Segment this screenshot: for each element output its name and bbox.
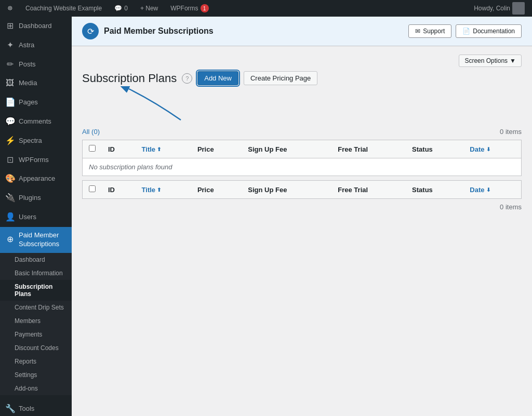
comments-count: 0: [124, 5, 128, 12]
items-count-top: 0 items: [500, 128, 522, 136]
spectra-icon: ⚡: [5, 136, 15, 146]
comment-icon: 💬: [114, 5, 122, 12]
subscription-plans-table-bottom: ID Title ⬆ Price Sign Up Fee: [82, 180, 522, 199]
date-sort-link-bottom[interactable]: Date ⬇: [470, 186, 515, 194]
submenu-payments[interactable]: Payments: [0, 328, 72, 341]
sidebar-item-astra[interactable]: ✦ Astra: [0, 36, 72, 55]
create-pricing-button[interactable]: Create Pricing Page: [244, 71, 317, 85]
wpforms-label: WPForms: [170, 5, 198, 12]
wpforms-icon: ⊡: [5, 155, 15, 166]
sidebar-item-users[interactable]: 👤 Users: [0, 208, 72, 227]
wpforms-button[interactable]: WPForms 1: [167, 0, 211, 17]
plugin-logo-icon: ⟳: [87, 26, 94, 36]
sidebar-item-wpforms[interactable]: ⊡ WPForms: [0, 151, 72, 170]
add-new-button[interactable]: Add New: [197, 71, 238, 85]
submenu-settings[interactable]: Settings: [0, 368, 72, 382]
no-items-message: No subscription plans found: [89, 163, 172, 171]
title-sort-icon-bottom: ⬆: [157, 187, 161, 193]
site-name-label: Coaching Website Example: [25, 5, 102, 12]
col-date-header: Date ⬇: [463, 140, 521, 158]
subscription-plans-table-top: ID Title ⬆ Price Sign Up Fee: [82, 140, 522, 176]
col-id-header-bottom: ID: [102, 181, 136, 199]
col-status-header-bottom: Status: [406, 181, 463, 199]
sidebar-item-pages[interactable]: 📄 Pages: [0, 93, 72, 112]
col-status-header: Status: [406, 140, 463, 158]
title-sort-link[interactable]: Title ⬆: [142, 145, 185, 153]
submenu-members[interactable]: Members: [0, 314, 72, 328]
astra-icon: ✦: [5, 40, 15, 51]
page-title: Subscription Plans: [82, 72, 177, 85]
paid-member-icon: ⊕: [5, 234, 15, 245]
wp-icon: ☸: [7, 5, 13, 12]
col-title-header-bottom: Title ⬆: [136, 181, 191, 199]
wpforms-badge: 1: [201, 4, 209, 12]
submenu-basic-info[interactable]: Basic Information: [0, 266, 72, 280]
items-count-bottom: 0 items: [500, 203, 522, 211]
arrow-annotation: [82, 91, 522, 128]
col-date-header-bottom: Date ⬇: [463, 181, 521, 199]
appearance-icon: 🎨: [5, 173, 15, 184]
new-content-button[interactable]: + New: [137, 0, 161, 17]
screen-options-button[interactable]: Screen Options ▼: [459, 55, 522, 67]
users-icon: 👤: [5, 212, 15, 223]
submenu-reports[interactable]: Reports: [0, 355, 72, 368]
title-sort-link-bottom[interactable]: Title ⬆: [142, 186, 185, 194]
col-id-header: ID: [102, 140, 136, 158]
col-price-header: Price: [191, 140, 242, 158]
sidebar-item-spectra[interactable]: ⚡ Spectra: [0, 131, 72, 151]
submenu-dashboard[interactable]: Dashboard: [0, 253, 72, 266]
documentation-button[interactable]: 📄 Documentation: [456, 24, 522, 38]
plugin-logo: ⟳: [82, 23, 99, 39]
col-checkbox-header-bottom: [83, 181, 102, 199]
howdy-label: Howdy, Colin: [474, 5, 510, 12]
sidebar-item-appearance[interactable]: 🎨 Appearance: [0, 169, 72, 189]
annotation-arrow-svg: [113, 86, 196, 123]
submenu-subscription-plans[interactable]: Subscription Plans: [0, 280, 72, 301]
page-title-row: Subscription Plans ? Add New Create Pric…: [82, 71, 522, 85]
main-content: ⟳ Paid Member Subscriptions ✉ Support 📄 …: [72, 17, 532, 416]
col-checkbox-header: [83, 140, 102, 158]
screen-options-bar: Screen Options ▼: [82, 55, 522, 67]
comments-button[interactable]: 💬 0: [111, 0, 131, 17]
plugin-title: Paid Member Subscriptions: [104, 26, 214, 36]
date-sort-link[interactable]: Date ⬇: [470, 145, 515, 153]
col-trial-header: Free Trial: [331, 140, 406, 158]
tablenav-bottom: 0 items: [82, 203, 522, 211]
site-name-button[interactable]: Coaching Website Example: [22, 0, 105, 17]
media-icon: 🖼: [5, 78, 15, 89]
col-signup-header: Sign Up Fee: [242, 140, 331, 158]
no-items-row: No subscription plans found: [83, 158, 522, 176]
admin-bar: ☸ Coaching Website Example 💬 0 + New WPF…: [0, 0, 532, 17]
sidebar-item-plugins[interactable]: 🔌 Plugins: [0, 189, 72, 208]
sidebar-item-tools[interactable]: 🔧 Tools: [0, 399, 72, 416]
support-icon: ✉: [415, 28, 420, 35]
tools-icon: 🔧: [5, 404, 15, 414]
sidebar-item-media[interactable]: 🖼 Media: [0, 74, 72, 93]
posts-icon: ✏: [5, 59, 15, 70]
col-trial-header-bottom: Free Trial: [331, 181, 406, 199]
submenu-discount-codes[interactable]: Discount Codes: [0, 341, 72, 355]
howdy-button[interactable]: Howdy, Colin: [471, 0, 528, 17]
support-button[interactable]: ✉ Support: [408, 24, 451, 38]
help-icon-button[interactable]: ?: [182, 73, 192, 84]
filter-all-link[interactable]: All (0): [82, 128, 100, 136]
col-title-header: Title ⬆: [136, 140, 191, 158]
sidebar-item-comments[interactable]: 💬 Comments: [0, 112, 72, 131]
select-all-checkbox-top[interactable]: [89, 145, 96, 152]
sidebar: ⊞ Dashboard ✦ Astra ✏ Posts 🖼 Media 📄 Pa…: [0, 17, 72, 416]
submenu-addons[interactable]: Add-ons: [0, 382, 72, 395]
col-signup-header-bottom: Sign Up Fee: [242, 181, 331, 199]
dashboard-icon: ⊞: [5, 21, 15, 32]
date-sort-icon: ⬇: [486, 146, 490, 152]
wp-logo-button[interactable]: ☸: [4, 0, 16, 17]
paid-member-submenu: Dashboard Basic Information Subscription…: [0, 253, 72, 395]
sidebar-item-dashboard[interactable]: ⊞ Dashboard: [0, 17, 72, 36]
sidebar-item-posts[interactable]: ✏ Posts: [0, 55, 72, 74]
sidebar-item-paid-member[interactable]: ⊕ Paid Member Subscriptions: [0, 227, 72, 253]
pages-icon: 📄: [5, 97, 15, 108]
select-all-checkbox-bottom[interactable]: [89, 185, 96, 192]
title-sort-icon: ⬆: [157, 146, 161, 152]
filter-tabs: All (0): [82, 128, 100, 136]
avatar: [512, 2, 525, 15]
submenu-content-drip[interactable]: Content Drip Sets: [0, 301, 72, 314]
